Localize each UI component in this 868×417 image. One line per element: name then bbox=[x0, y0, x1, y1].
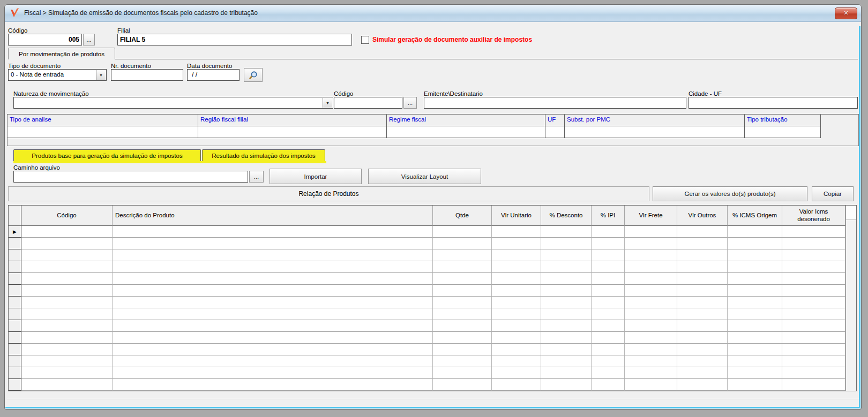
table-row[interactable] bbox=[9, 238, 845, 249]
grid-cell[interactable] bbox=[625, 249, 677, 261]
grid-cell[interactable] bbox=[113, 379, 433, 391]
grid-cell[interactable] bbox=[492, 379, 541, 391]
grid-cell[interactable] bbox=[21, 367, 113, 379]
grid-cell[interactable] bbox=[677, 285, 728, 297]
grid-cell[interactable] bbox=[492, 367, 541, 379]
grid-cell[interactable] bbox=[541, 226, 592, 238]
grid-cell[interactable] bbox=[21, 273, 113, 285]
grid-cell[interactable] bbox=[492, 332, 541, 344]
grid-cell[interactable] bbox=[625, 226, 677, 238]
table-row[interactable] bbox=[9, 332, 845, 344]
search-button[interactable] bbox=[244, 68, 263, 82]
row-selector[interactable]: ▶ bbox=[9, 226, 21, 238]
grid-cell[interactable] bbox=[677, 344, 728, 355]
grid-cell[interactable] bbox=[728, 367, 782, 379]
grid-cell[interactable] bbox=[21, 332, 113, 344]
grid-cell[interactable] bbox=[113, 238, 433, 249]
grid-cell[interactable] bbox=[433, 273, 492, 285]
emitente-browse-button[interactable]: ... bbox=[403, 97, 417, 109]
grid-cell[interactable] bbox=[782, 297, 845, 308]
filial-input[interactable] bbox=[117, 34, 352, 46]
grid-cell[interactable] bbox=[113, 320, 433, 332]
table-row[interactable] bbox=[9, 344, 845, 355]
table-row[interactable] bbox=[9, 367, 845, 379]
grid-cell[interactable] bbox=[433, 332, 492, 344]
column-header[interactable]: Região fiscal filial bbox=[198, 115, 387, 126]
grid-cell[interactable] bbox=[492, 261, 541, 273]
grid-cell[interactable] bbox=[492, 297, 541, 308]
table-row[interactable] bbox=[9, 320, 845, 332]
grid-cell[interactable] bbox=[677, 261, 728, 273]
column-header[interactable]: Subst. por PMC bbox=[565, 115, 745, 126]
grid-cell[interactable] bbox=[677, 249, 728, 261]
grid-cell[interactable] bbox=[592, 285, 625, 297]
cidade-uf-input[interactable] bbox=[689, 97, 858, 109]
grid-cell[interactable] bbox=[625, 261, 677, 273]
row-selector[interactable] bbox=[9, 261, 21, 273]
table-row[interactable] bbox=[9, 249, 845, 261]
grid-cell[interactable] bbox=[492, 273, 541, 285]
grid-cell[interactable] bbox=[541, 367, 592, 379]
grid-cell[interactable] bbox=[728, 226, 782, 238]
grid-cell[interactable] bbox=[592, 297, 625, 308]
grid-cell[interactable] bbox=[625, 285, 677, 297]
grid-cell[interactable] bbox=[21, 249, 113, 261]
column-header[interactable]: Descrição do Produto bbox=[113, 206, 433, 226]
grid-cell[interactable] bbox=[492, 226, 541, 238]
grid-cell[interactable] bbox=[541, 344, 592, 355]
table-row[interactable] bbox=[9, 273, 845, 285]
grid-cell[interactable] bbox=[541, 379, 592, 391]
table-row[interactable] bbox=[9, 285, 845, 297]
table-row[interactable] bbox=[9, 297, 845, 308]
grid-cell[interactable] bbox=[728, 308, 782, 320]
grid-cell[interactable] bbox=[545, 126, 565, 138]
grid-cell[interactable] bbox=[433, 320, 492, 332]
grid-cell[interactable] bbox=[625, 273, 677, 285]
tab-produtos-base[interactable]: Produtos base para geração da simulação … bbox=[13, 149, 201, 161]
grid-cell[interactable] bbox=[113, 261, 433, 273]
grid-cell[interactable] bbox=[677, 367, 728, 379]
table-row[interactable] bbox=[8, 126, 858, 138]
grid-cell[interactable] bbox=[492, 344, 541, 355]
emitente-input[interactable] bbox=[424, 97, 686, 109]
grid-cell[interactable] bbox=[592, 261, 625, 273]
grid-cell[interactable] bbox=[592, 355, 625, 367]
grid-cell[interactable] bbox=[782, 320, 845, 332]
table-row[interactable]: ▶ bbox=[9, 226, 845, 238]
grid-cell[interactable] bbox=[433, 249, 492, 261]
grid-cell[interactable] bbox=[541, 320, 592, 332]
grid-cell[interactable] bbox=[113, 344, 433, 355]
grid-cell[interactable] bbox=[21, 308, 113, 320]
grid-cell[interactable] bbox=[113, 297, 433, 308]
grid-cell[interactable] bbox=[492, 355, 541, 367]
row-selector[interactable] bbox=[9, 308, 21, 320]
grid-cell[interactable] bbox=[592, 238, 625, 249]
grid-cell[interactable] bbox=[677, 320, 728, 332]
column-header[interactable]: Qtde bbox=[433, 206, 492, 226]
grid-cell[interactable] bbox=[677, 226, 728, 238]
grid-cell[interactable] bbox=[592, 367, 625, 379]
column-header[interactable]: % IPI bbox=[592, 206, 625, 226]
grid-cell[interactable] bbox=[433, 261, 492, 273]
grid-cell[interactable] bbox=[728, 332, 782, 344]
grid-cell[interactable] bbox=[728, 297, 782, 308]
nr-documento-input[interactable] bbox=[111, 69, 183, 81]
grid-cell[interactable] bbox=[592, 308, 625, 320]
tab-resultado-simulacao[interactable]: Resultado da simulação dos impostos bbox=[202, 149, 325, 161]
column-header[interactable]: Tipo tributação bbox=[745, 115, 821, 126]
data-documento-input[interactable] bbox=[187, 69, 240, 81]
column-header[interactable]: Vlr Unitario bbox=[492, 206, 541, 226]
grid-cell[interactable] bbox=[782, 249, 845, 261]
grid-cell[interactable] bbox=[782, 226, 845, 238]
grid-cell[interactable] bbox=[625, 355, 677, 367]
grid-cell[interactable] bbox=[541, 308, 592, 320]
row-selector[interactable] bbox=[9, 285, 21, 297]
codigo-browse-button[interactable]: ... bbox=[83, 34, 95, 46]
column-header[interactable]: Valor Icms desonerado bbox=[782, 206, 845, 226]
grid-cell[interactable] bbox=[782, 379, 845, 391]
grid-cell[interactable] bbox=[492, 238, 541, 249]
table-row[interactable] bbox=[9, 261, 845, 273]
column-header[interactable]: Vlr Frete bbox=[625, 206, 677, 226]
grid-cell[interactable] bbox=[21, 261, 113, 273]
scrollbar-thumb[interactable] bbox=[846, 206, 856, 220]
